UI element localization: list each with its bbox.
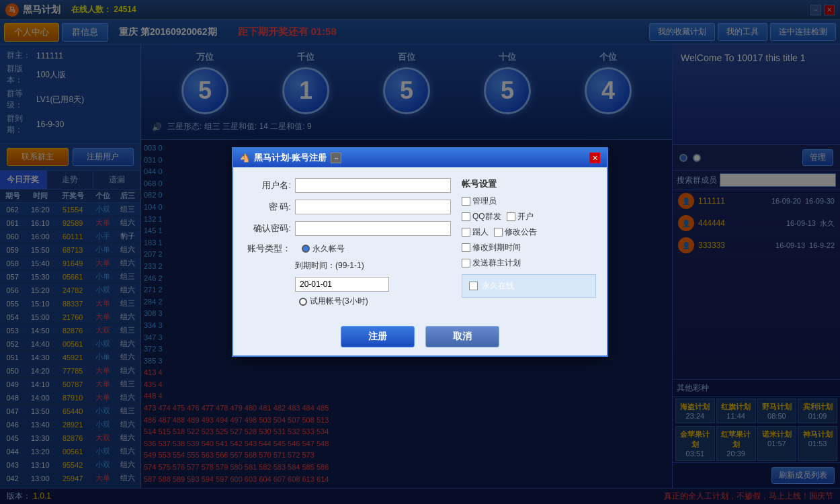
username-label: 用户名: bbox=[244, 179, 291, 192]
expiry-edit-label: 修改到期时间 bbox=[472, 242, 521, 253]
confirm-password-row: 确认密码: bbox=[244, 221, 451, 236]
radio-permanent bbox=[302, 245, 310, 253]
trial-account[interactable]: 试用帐号(3小时) bbox=[299, 296, 368, 307]
edit-expiry-checkbox[interactable]: 修改到期时间 bbox=[462, 242, 521, 253]
registration-modal: 🐴 黑马计划-账号注册 － ✕ 用户名: 密 码: 确认密码: bbox=[232, 147, 608, 357]
admin-label: 管理员 bbox=[472, 196, 497, 207]
announce-label: 修改公告 bbox=[505, 226, 537, 238]
username-row: 用户名: bbox=[244, 178, 451, 193]
expiry-cb-box bbox=[462, 243, 470, 252]
section-title: 帐号设置 bbox=[462, 178, 596, 190]
radio-trial bbox=[299, 298, 307, 306]
modal-minimize-button[interactable]: － bbox=[331, 153, 341, 163]
send-plan-label: 发送群主计划 bbox=[472, 257, 521, 269]
admin-checkbox-row: 管理员 bbox=[462, 196, 596, 207]
edit-expiry-row: 修改到期时间 bbox=[462, 242, 596, 253]
trial-label: 试用帐号(3小时) bbox=[310, 296, 368, 307]
modal-left-section: 用户名: 密 码: 确认密码: 账号类型： 永久帐号 bbox=[244, 178, 451, 307]
modal-footer: 注册 取消 bbox=[233, 318, 607, 355]
qq-label: QQ群发 bbox=[472, 211, 501, 222]
send-plan-row: 发送群主计划 bbox=[462, 257, 596, 269]
account-type-permanent-label: 永久帐号 bbox=[312, 243, 345, 255]
modal-titlebar: 🐴 黑马计划-账号注册 － ✕ bbox=[233, 149, 607, 167]
modal-title: 黑马计划-账号注册 bbox=[254, 152, 327, 164]
trial-row: 试用帐号(3小时) bbox=[244, 296, 451, 307]
account-type-permanent[interactable]: 永久帐号 bbox=[302, 243, 345, 255]
edit-announce-checkbox[interactable]: 修改公告 bbox=[494, 226, 537, 238]
qq-broadcast-checkbox[interactable]: QQ群发 bbox=[462, 211, 501, 222]
admin-checkbox[interactable]: 管理员 bbox=[462, 196, 497, 207]
qq-cb-box bbox=[462, 212, 470, 221]
password-input[interactable] bbox=[295, 200, 451, 214]
options-checkbox-row: QQ群发 开户 bbox=[462, 211, 596, 222]
expiry-label: 到期时间：(99-1-1) bbox=[295, 260, 451, 271]
admin-cb-box bbox=[462, 197, 470, 206]
online-label: 永久在线 bbox=[482, 280, 514, 292]
open-account-label: 开户 bbox=[517, 211, 534, 222]
confirm-password-input[interactable] bbox=[295, 221, 451, 236]
modal-body: 用户名: 密 码: 确认密码: 账号类型： 永久帐号 bbox=[233, 167, 607, 318]
open-account-cb-box bbox=[507, 212, 515, 221]
cancel-button[interactable]: 取消 bbox=[425, 326, 499, 347]
expiry-section: 到期时间：(99-1-1) bbox=[295, 260, 451, 292]
expiry-input[interactable] bbox=[295, 277, 389, 292]
kick-announce-row: 踢人 修改公告 bbox=[462, 226, 596, 238]
username-input[interactable] bbox=[295, 178, 451, 193]
open-account-checkbox[interactable]: 开户 bbox=[507, 211, 534, 222]
password-label: 密 码: bbox=[244, 201, 291, 213]
account-type-row: 账号类型： 永久帐号 bbox=[244, 243, 451, 255]
account-type-label: 账号类型： bbox=[244, 243, 291, 255]
kick-checkbox[interactable]: 踢人 bbox=[462, 226, 489, 238]
modal-title-icon: 🐴 bbox=[240, 153, 250, 163]
modal-right-section: 帐号设置 管理员 QQ群发 开户 bbox=[462, 178, 596, 307]
online-checkbox-row: 永久在线 bbox=[462, 274, 596, 298]
send-plan-checkbox[interactable]: 发送群主计划 bbox=[462, 257, 521, 269]
password-row: 密 码: bbox=[244, 200, 451, 214]
announce-cb-box bbox=[494, 228, 503, 237]
modal-close-button[interactable]: ✕ bbox=[589, 153, 600, 163]
kick-cb-box bbox=[462, 228, 470, 237]
send-plan-cb-box bbox=[462, 259, 470, 267]
confirm-label: 确认密码: bbox=[244, 222, 291, 235]
kick-label: 踢人 bbox=[472, 226, 489, 238]
online-cb-box[interactable] bbox=[469, 282, 478, 290]
modal-overlay[interactable]: 🐴 黑马计划-账号注册 － ✕ 用户名: 密 码: 确认密码: bbox=[0, 0, 840, 504]
register-button[interactable]: 注册 bbox=[341, 326, 415, 347]
